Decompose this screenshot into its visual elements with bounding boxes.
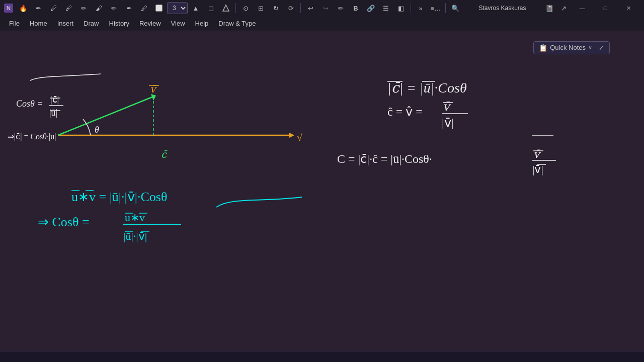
toolbar-sep3 bbox=[411, 3, 411, 13]
svg-text:|c̄|: |c̄| bbox=[50, 95, 59, 105]
quick-notes-expand[interactable]: ⤢ bbox=[599, 44, 604, 51]
cyan-left-decoration bbox=[30, 74, 101, 80]
tb-icon-eraser[interactable]: ◻ bbox=[204, 1, 218, 15]
maximize-button[interactable]: □ bbox=[594, 0, 617, 16]
quick-notes-button[interactable]: 📋 Quick Notes ∨ ⤢ bbox=[533, 41, 610, 54]
menu-help[interactable]: Help bbox=[190, 18, 214, 29]
titlebar-toolbar-group: 🔥 ✒ 🖊 🖋 ✏ 🖌 ✏ ✒ 🖊 3257 ▲ ◻ ⊙ ⊞ ↻ ⟳ bbox=[16, 1, 462, 15]
svg-text:⇒ Cosθ =: ⇒ Cosθ = bbox=[38, 215, 90, 229]
vector-diagram: θ √ v̄ c̄ Cosθ = |c̄| |ū| ⇒|c̄| = Cosθ·|… bbox=[8, 83, 302, 160]
svg-text:u∗v = |ū|·|v̄|·Cosθ: u∗v = |ū|·|v̄|·Cosθ bbox=[71, 190, 167, 204]
svg-text:N: N bbox=[7, 5, 11, 11]
tb-icon-tag[interactable]: ◧ bbox=[394, 1, 408, 15]
menu-insert[interactable]: Insert bbox=[52, 18, 79, 29]
minimize-button[interactable]: — bbox=[571, 0, 594, 16]
close-button[interactable]: ✕ bbox=[617, 0, 640, 16]
right-equations-top: |c̄| = |ū|·Cosθ ĉ = v̂ = v̄ |v̄| C = |c̄… bbox=[337, 80, 556, 175]
tb-icon-more[interactable]: » bbox=[414, 1, 428, 15]
menu-file[interactable]: File bbox=[4, 18, 25, 29]
menu-review[interactable]: Review bbox=[134, 18, 166, 29]
tb-icon-search[interactable]: 🔍 bbox=[448, 1, 462, 15]
svg-marker-2 bbox=[223, 5, 229, 11]
tb-icon-lasso[interactable]: ⊙ bbox=[238, 1, 253, 15]
svg-text:|ū|: |ū| bbox=[49, 108, 57, 118]
tb-icon-fire[interactable]: 🔥 bbox=[16, 1, 30, 15]
tb-icon-bold[interactable]: B bbox=[349, 1, 363, 15]
svg-text:Cosθ =: Cosθ = bbox=[16, 99, 43, 109]
tb-icon-rotate[interactable]: ↻ bbox=[269, 1, 283, 15]
tb-icon-pen7[interactable]: ✒ bbox=[122, 1, 136, 15]
toolbar-sep4 bbox=[445, 3, 446, 13]
titlebar: N 🔥 ✒ 🖊 🖋 ✏ 🖌 ✏ ✒ 🖊 3257 ▲ ◻ bbox=[0, 0, 644, 16]
svg-text:|v̄|: |v̄| bbox=[442, 116, 454, 129]
tb-icon-list[interactable]: ☰ bbox=[379, 1, 393, 15]
menu-draw[interactable]: Draw bbox=[78, 18, 104, 29]
tb-color-pick[interactable] bbox=[152, 1, 166, 15]
tb-icon-shapes[interactable] bbox=[219, 1, 233, 15]
user-name: Stavros Kaskuras bbox=[478, 5, 526, 12]
svg-text:√: √ bbox=[297, 132, 302, 143]
menubar: File Home Insert Draw History Review Vie… bbox=[0, 16, 644, 31]
tb-icon-pen1[interactable]: ✒ bbox=[31, 1, 45, 15]
svg-text:|c̄| = |ū|·Cosθ: |c̄| = |ū|·Cosθ bbox=[387, 80, 467, 96]
titlebar-center: Stavros Kaskuras bbox=[462, 5, 542, 12]
tb-icon-sync[interactable]: ⟳ bbox=[284, 1, 298, 15]
tb-icon-pen8[interactable]: 🖊 bbox=[137, 1, 151, 15]
pen-size-dropdown[interactable]: 3257 bbox=[167, 2, 188, 14]
tb-icon-undo[interactable]: ↩ bbox=[303, 1, 317, 15]
quick-notes-chevron: ∨ bbox=[588, 44, 592, 51]
svg-text:c̄: c̄ bbox=[161, 149, 168, 160]
svg-text:ĉ = v̂ =: ĉ = v̂ = bbox=[387, 105, 423, 118]
bottom-equations: u∗v = |ū|·|v̄|·Cosθ ⇒ Cosθ = u∗v |ū|·|v̄… bbox=[38, 190, 302, 242]
svg-text:v̄: v̄ bbox=[533, 148, 541, 160]
titlebar-right: 📓 ↗ — □ ✕ bbox=[542, 0, 640, 16]
svg-marker-4 bbox=[289, 133, 294, 138]
titlebar-icon-notebook[interactable]: 📓 bbox=[542, 1, 556, 15]
tb-icon-redo[interactable]: ↪ bbox=[318, 1, 333, 15]
tb-icon-pen4[interactable]: ✏ bbox=[76, 1, 91, 15]
svg-text:⇒|c̄| = Cosθ·|ū|: ⇒|c̄| = Cosθ·|ū| bbox=[8, 132, 56, 141]
quick-notes-label: Quick Notes bbox=[550, 44, 586, 51]
toolbar-sep2 bbox=[300, 3, 301, 13]
tb-icon-pen-special[interactable]: ✏ bbox=[334, 1, 348, 15]
menu-view[interactable]: View bbox=[166, 18, 190, 29]
toolbar-sep1 bbox=[235, 3, 236, 13]
quick-notes-icon: 📋 bbox=[539, 44, 547, 52]
menu-draw-type[interactable]: Draw & Type bbox=[213, 18, 261, 29]
tb-icon-pen5[interactable]: 🖌 bbox=[92, 1, 106, 15]
tb-icon-fill[interactable]: ▲ bbox=[189, 1, 203, 15]
color-indicator bbox=[155, 5, 163, 12]
svg-line-5 bbox=[58, 97, 153, 135]
menu-history[interactable]: History bbox=[104, 18, 134, 29]
tb-icon-link[interactable]: 🔗 bbox=[364, 1, 378, 15]
tb-icon-grid[interactable]: ⊞ bbox=[254, 1, 268, 15]
math-svg: θ √ v̄ c̄ Cosθ = |c̄| |ū| ⇒|c̄| = Cosθ·|… bbox=[0, 31, 644, 344]
svg-text:v̄: v̄ bbox=[443, 100, 451, 113]
titlebar-left: N 🔥 ✒ 🖊 🖋 ✏ 🖌 ✏ ✒ 🖊 3257 ▲ ◻ bbox=[4, 1, 462, 15]
menu-home[interactable]: Home bbox=[25, 18, 52, 29]
statusbar bbox=[0, 351, 644, 362]
tb-icon-pen6[interactable]: ✏ bbox=[107, 1, 121, 15]
app-icon: N bbox=[4, 4, 13, 13]
canvas-area[interactable]: θ √ v̄ c̄ Cosθ = |c̄| |ū| ⇒|c̄| = Cosθ·|… bbox=[0, 31, 644, 344]
tb-icon-pen2[interactable]: 🖊 bbox=[46, 1, 60, 15]
tb-icon-settings[interactable]: ≡… bbox=[429, 1, 443, 15]
svg-text:θ: θ bbox=[95, 125, 99, 135]
tb-icon-pen3[interactable]: 🖋 bbox=[61, 1, 75, 15]
titlebar-icon-share[interactable]: ↗ bbox=[556, 1, 571, 15]
svg-text:C = |c̄|·ĉ = |ū|·Cosθ·: C = |c̄|·ĉ = |ū|·Cosθ· bbox=[337, 152, 432, 165]
